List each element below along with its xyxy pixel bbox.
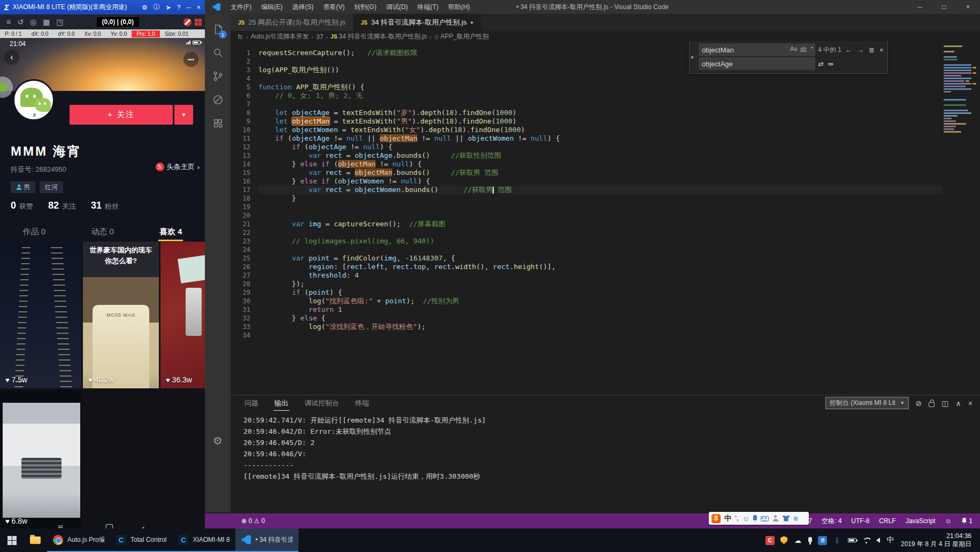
- wifi-icon[interactable]: [862, 538, 870, 543]
- profile-tab-喜欢[interactable]: 喜欢 4: [136, 225, 205, 241]
- code-line[interactable]: 20: [231, 211, 943, 220]
- close-button[interactable]: ×: [956, 0, 980, 14]
- file-explorer-button[interactable]: [24, 528, 47, 552]
- profile-stat[interactable]: 31粉丝: [91, 200, 119, 211]
- microphone-icon[interactable]: [808, 537, 812, 542]
- menu-item[interactable]: 编辑(E): [256, 3, 287, 12]
- feedback-smiley-icon[interactable]: ☺: [945, 517, 952, 525]
- replace-button[interactable]: ⇄: [818, 60, 824, 68]
- code-line[interactable]: 34: [231, 331, 943, 340]
- debug-icon[interactable]: [205, 89, 231, 110]
- maximize-button[interactable]: □: [932, 0, 956, 14]
- profile-stat[interactable]: 0获赞: [11, 200, 33, 211]
- panel-tab-问题[interactable]: 问题: [243, 396, 259, 410]
- code-line[interactable]: 10 let objectWomen = textEndsWith("女").d…: [231, 126, 943, 134]
- find-in-selection-button[interactable]: ≣: [868, 46, 876, 54]
- code-line[interactable]: 23 // log(images.pixel(img, 66, 940)): [231, 237, 943, 246]
- code-line[interactable]: 29 if (point) {: [231, 288, 943, 297]
- code-line[interactable]: 19: [231, 203, 943, 211]
- code-line[interactable]: 15 var rect = objectMan.bounds() //获取男 范…: [231, 168, 943, 177]
- settings-gear-icon[interactable]: ⚙: [142, 4, 148, 11]
- follow-dropdown-button[interactable]: ▼: [174, 105, 193, 125]
- breadcrumb-item[interactable]: h:: [238, 33, 243, 41]
- profile-tag[interactable]: 红河: [40, 181, 63, 193]
- pin-icon[interactable]: ➤: [166, 4, 171, 11]
- tray-blue-app-icon[interactable]: 通: [818, 536, 827, 545]
- maximize-panel-icon[interactable]: ∧: [956, 399, 961, 408]
- encoding[interactable]: UTF-8: [851, 517, 869, 525]
- video-thumbnail[interactable]: ♥ 7.5w: [0, 242, 81, 388]
- voice-input-icon[interactable]: [753, 515, 757, 520]
- replace-all-button[interactable]: ⇛: [828, 60, 833, 68]
- code-line[interactable]: 5function APP_取用户性别() {: [231, 83, 943, 91]
- editor-tab[interactable]: JS25 网易公开课(3)-取用户性别.js: [231, 14, 354, 31]
- cloud-icon[interactable]: ☁: [793, 536, 802, 545]
- volume-icon[interactable]: [876, 538, 880, 543]
- code-line[interactable]: 18 }: [231, 194, 943, 203]
- indentation[interactable]: 空格: 4: [822, 517, 841, 526]
- panel-tab-输出[interactable]: 输出: [273, 396, 289, 411]
- code-line[interactable]: 17 var rect = objectWomen.bounds() //获取男…: [231, 186, 943, 194]
- ime-tray-indicator[interactable]: 中: [886, 536, 895, 545]
- code-line[interactable]: 4: [231, 74, 943, 83]
- toolbox-icon[interactable]: ⊞: [793, 515, 798, 522]
- menu-item[interactable]: 选择(S): [287, 3, 318, 12]
- taskbar-app-button[interactable]: CXIAOMI-MI 8 LIT...: [172, 528, 235, 552]
- account-icon[interactable]: [772, 515, 779, 522]
- code-line[interactable]: 16 } else if (objectWomen != null) {: [231, 177, 943, 186]
- code-line[interactable]: 33 log("没找到蓝色，开始寻找粉色");: [231, 323, 943, 331]
- more-button[interactable]: •••: [183, 52, 198, 67]
- taskbar-clock[interactable]: 21:04:36 2019 年 8 月 4 日 星期日: [901, 532, 975, 548]
- code-line[interactable]: 31 return 1: [231, 305, 943, 314]
- code-line[interactable]: 27 threshold: 4: [231, 271, 943, 280]
- profile-tab-动态[interactable]: 动态 0: [68, 225, 137, 241]
- problems-indicator[interactable]: ⊗ 0 ⚠ 0: [241, 517, 265, 525]
- info-icon[interactable]: ⓘ: [154, 3, 160, 12]
- output-channel-select[interactable]: 控制台 (Xiaomi MI 8 Lit ▼: [825, 397, 909, 409]
- find-previous-button[interactable]: ←: [844, 46, 853, 54]
- menu-icon[interactable]: ≡: [6, 18, 11, 26]
- ime-mode-indicator[interactable]: 中: [724, 513, 731, 523]
- disable-touch-icon[interactable]: [183, 18, 192, 26]
- whole-word-icon[interactable]: ab: [800, 45, 806, 52]
- lock-scroll-icon[interactable]: [929, 402, 935, 407]
- menu-item[interactable]: 终端(T): [412, 3, 443, 12]
- profile-stat[interactable]: 82关注: [48, 200, 76, 211]
- profile-tag[interactable]: 男: [11, 181, 35, 193]
- code-line[interactable]: 32 } else {: [231, 314, 943, 323]
- taskbar-app-button[interactable]: • 34 抖音引流脚本...: [235, 528, 298, 552]
- code-line[interactable]: 26 region: [rect.left, rect.top, rect.wi…: [231, 263, 943, 271]
- code-line[interactable]: 12 if (objectAge != null) {: [231, 143, 943, 151]
- code-line[interactable]: 25 var point = findColor(img, -16148307,…: [231, 254, 943, 263]
- code-line[interactable]: 22: [231, 228, 943, 237]
- battery-tray-icon[interactable]: [848, 538, 856, 542]
- taskbar-app-button[interactable]: CTotal Control: [110, 528, 172, 552]
- soft-keyboard-icon[interactable]: [761, 516, 769, 522]
- code-line[interactable]: 8 let objectAge = textEndsWith("岁").dept…: [231, 109, 943, 117]
- minimize-button[interactable]: ─: [186, 4, 191, 11]
- regex-icon[interactable]: .*: [809, 45, 813, 52]
- help-icon[interactable]: ?: [177, 4, 181, 11]
- panel-tab-调试控制台[interactable]: 调试控制台: [303, 396, 340, 410]
- code-line[interactable]: 9 let objectMan = textEndsWith("男").dept…: [231, 117, 943, 126]
- tray-app-icon[interactable]: C: [765, 536, 775, 545]
- breadcrumb-item[interactable]: 37: [316, 33, 323, 41]
- panel-tab-终端[interactable]: 终端: [354, 396, 370, 410]
- breadcrumb-item[interactable]: APP_取用户性别: [440, 32, 489, 41]
- profile-tab-作品[interactable]: 作品 0: [0, 225, 68, 241]
- breadcrumb-item[interactable]: Auto.js引流脚本开发: [251, 32, 309, 41]
- output-log[interactable]: 20:59:42.741/V: 开始运行[[remote]34 抖音引流脚本-取…: [243, 415, 969, 511]
- menu-item[interactable]: 查看(V): [318, 3, 349, 12]
- notifications-bell[interactable]: 1: [961, 517, 973, 525]
- rotate-icon[interactable]: ↺: [17, 18, 24, 26]
- clear-output-icon[interactable]: ⊘: [916, 399, 922, 408]
- locate-icon[interactable]: ◎: [30, 18, 36, 26]
- menu-item[interactable]: 转到(G): [349, 3, 381, 12]
- taskbar-app-button[interactable]: Auto.js Pro编写抖...: [47, 528, 110, 552]
- find-next-button[interactable]: →: [856, 46, 865, 54]
- menu-item[interactable]: 调试(D): [381, 3, 413, 12]
- menu-item[interactable]: 文件(F): [226, 3, 256, 12]
- minimize-button[interactable]: ─: [908, 0, 932, 14]
- match-case-icon[interactable]: Aa: [790, 45, 797, 52]
- video-thumbnail[interactable]: 世界豪车国内的现车 你怎么看? MC05 MAS ♥ 40.2w: [83, 242, 159, 388]
